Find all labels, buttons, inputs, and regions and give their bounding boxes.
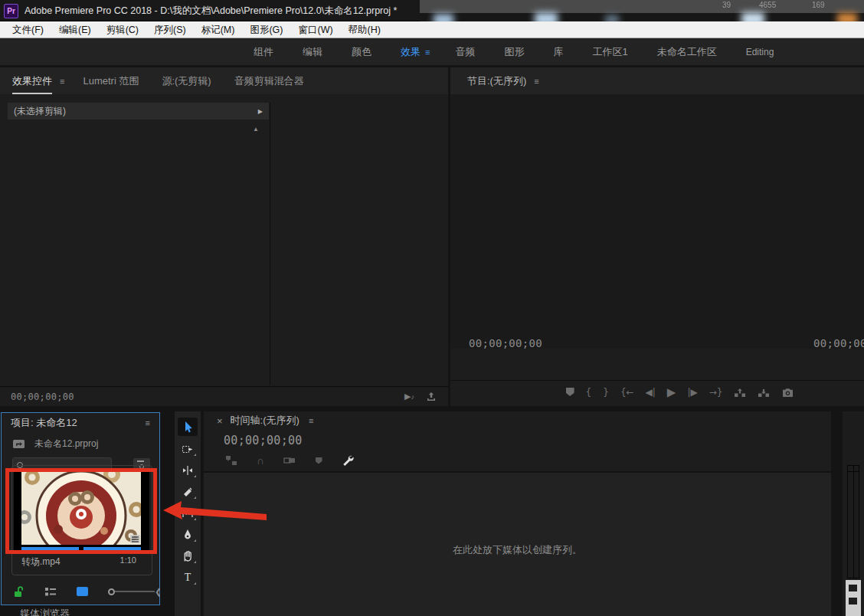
- audio-meters-panel: [843, 411, 864, 616]
- extract-icon[interactable]: [758, 387, 770, 398]
- ripple-edit-tool[interactable]: [178, 462, 198, 479]
- zoom-slider-track[interactable]: [115, 591, 155, 592]
- workspace-tab-color[interactable]: 颜色: [337, 45, 386, 59]
- timeline-panel: × 时间轴:(无序列) ≡ 00;00;00;00 ∩ 在此处放下媒体以创建序列…: [204, 411, 831, 616]
- program-timecode-duration: 00;00;00;00: [813, 337, 864, 349]
- desktop-icon-blur: [605, 15, 619, 21]
- play-button-icon[interactable]: ▶: [667, 385, 676, 399]
- type-tool[interactable]: T: [178, 569, 198, 586]
- track-select-forward-tool[interactable]: [178, 441, 198, 457]
- scrollbar-up-icon[interactable]: ▲: [253, 126, 259, 133]
- ripple-edit-icon: [182, 464, 194, 477]
- add-marker-icon[interactable]: [566, 388, 574, 396]
- program-timecode-current: 00;00;00;00: [469, 337, 542, 349]
- pen-tool[interactable]: [178, 526, 198, 543]
- mark-in-icon[interactable]: {: [586, 387, 592, 398]
- workspace-switcher-bar: 组件 编辑 颜色 效果 ≡ 音频 图形 库 工作区1 未命名工作区 Editin…: [0, 38, 864, 67]
- snap-magnet-icon[interactable]: ∩: [254, 454, 267, 467]
- slip-tool[interactable]: [178, 505, 198, 522]
- menu-graphics[interactable]: 图形(G): [242, 21, 290, 38]
- tab-media-browser[interactable]: 媒体浏览器: [20, 607, 70, 616]
- go-to-in-icon[interactable]: {←: [620, 387, 634, 398]
- expand-arrow-icon[interactable]: ▶: [258, 108, 263, 115]
- desktop-icon-blur: [535, 12, 558, 21]
- project-panel-toolbar: ❮: [2, 583, 159, 600]
- export-icon[interactable]: [425, 391, 437, 402]
- zoom-slider-knob[interactable]: [108, 588, 115, 595]
- desktop-icon-blur: [741, 12, 764, 21]
- menu-sequence[interactable]: 序列(S): [146, 21, 194, 38]
- menu-clip[interactable]: 剪辑(C): [99, 21, 146, 38]
- panel-menu-icon[interactable]: ≡: [146, 418, 150, 428]
- menu-bar: 文件(F) 编辑(E) 剪辑(C) 序列(S) 标记(M) 图形(G) 窗口(W…: [0, 21, 864, 38]
- workspace-tab-graphics[interactable]: 图形: [489, 45, 538, 59]
- tab-source-monitor[interactable]: 源:(无剪辑): [162, 74, 211, 88]
- list-view-icon[interactable]: [44, 587, 57, 597]
- clip-name-label[interactable]: 转场.mp4: [21, 555, 61, 568]
- premiere-app-icon: Pr: [4, 4, 18, 18]
- clip-selector-label: (未选择剪辑): [14, 105, 66, 118]
- tab-effect-controls[interactable]: 效果控件: [12, 74, 52, 88]
- tab-audio-clip-mixer[interactable]: 音频剪辑混合器: [234, 74, 304, 88]
- workspace-tab-effects[interactable]: 效果: [386, 45, 425, 59]
- project-writable-lock-icon[interactable]: [14, 586, 25, 598]
- thumbnail-zoom-slider[interactable]: [108, 588, 155, 595]
- mark-out-icon[interactable]: }: [603, 387, 609, 398]
- linked-selection-icon[interactable]: [283, 454, 296, 467]
- razor-tool[interactable]: [178, 483, 198, 500]
- menu-edit[interactable]: 编辑(E): [51, 21, 99, 38]
- project-panel: 项目: 未命名12 ≡ 未命名12.prproj: [1, 412, 160, 605]
- step-back-icon[interactable]: ◀|: [646, 387, 656, 398]
- breadcrumb-project-file[interactable]: 未命名12.prproj: [34, 437, 98, 451]
- track-select-forward-icon: [182, 443, 194, 455]
- media-type-badge: [130, 535, 140, 543]
- hand-tool[interactable]: [178, 548, 198, 565]
- navigate-up-icon[interactable]: [12, 439, 25, 449]
- selection-tool[interactable]: [178, 418, 198, 436]
- menu-marker[interactable]: 标记(M): [194, 21, 243, 38]
- panel-menu-icon[interactable]: ≡: [534, 77, 538, 86]
- insert-overwrite-icon[interactable]: [225, 454, 237, 467]
- clip-thumbnail[interactable]: [21, 470, 141, 545]
- workspace-tab-assembly[interactable]: 组件: [239, 45, 288, 59]
- add-marker-icon[interactable]: [313, 454, 325, 467]
- workspace-tab-audio[interactable]: 音频: [440, 45, 489, 59]
- clip-item[interactable]: [14, 468, 149, 552]
- go-to-out-icon[interactable]: →}: [709, 387, 723, 398]
- program-monitor-panel: 节目:(无序列) ≡ 00;00;00;00 00;00;00;00 { } {…: [450, 67, 864, 406]
- close-panel-icon[interactable]: ×: [217, 415, 223, 427]
- transport-controls: { } {← ◀| ▶ |▶ →}: [450, 380, 864, 403]
- workspace-tab-unnamed[interactable]: 未命名工作区: [643, 45, 731, 59]
- type-tool-icon: T: [185, 572, 191, 584]
- tab-project[interactable]: 项目: 未命名12: [11, 416, 77, 430]
- play-audio-icon[interactable]: ▶♪: [404, 392, 414, 401]
- desktop-icon-blur: [837, 13, 857, 21]
- workspace-tab-libraries[interactable]: 库: [538, 45, 578, 59]
- tab-timeline[interactable]: 时间轴:(无序列): [231, 414, 299, 428]
- hand-icon: [182, 550, 194, 562]
- panel-menu-icon[interactable]: ≡: [309, 416, 313, 425]
- lift-icon[interactable]: [734, 387, 746, 398]
- audio-meter-bars: [847, 465, 859, 578]
- export-frame-camera-icon[interactable]: [781, 387, 794, 398]
- timeline-drop-zone[interactable]: 在此处放下媒体以创建序列。: [204, 471, 831, 616]
- program-monitor-viewport: [450, 94, 864, 349]
- thumbnail-scrub-bar[interactable]: [21, 547, 141, 550]
- clip-selector-dropdown[interactable]: (未选择剪辑) ▶: [8, 103, 269, 120]
- timeline-timecode[interactable]: 00;00;00;00: [224, 434, 303, 447]
- menu-help[interactable]: 帮助(H): [341, 21, 388, 38]
- timeline-settings-wrench-icon[interactable]: [342, 454, 354, 467]
- workspace-menu-icon[interactable]: ≡: [425, 48, 440, 57]
- selection-tool-icon: [182, 421, 194, 434]
- workspace-tab-editing-cn[interactable]: 编辑: [288, 45, 337, 59]
- step-forward-icon[interactable]: |▶: [687, 387, 697, 398]
- effects-timecode: 00;00;00;00: [11, 392, 74, 402]
- icon-view-icon[interactable]: [77, 587, 88, 596]
- tab-lumetri-scopes[interactable]: Lumetri 范围: [83, 74, 139, 88]
- workspace-tab-workspace1[interactable]: 工作区1: [578, 45, 642, 59]
- tab-program-monitor[interactable]: 节目:(无序列): [467, 74, 526, 88]
- panel-menu-icon[interactable]: ≡: [60, 77, 64, 86]
- menu-window[interactable]: 窗口(W): [290, 21, 340, 38]
- workspace-tab-editing-en[interactable]: Editing: [731, 47, 789, 57]
- menu-file[interactable]: 文件(F): [5, 21, 51, 38]
